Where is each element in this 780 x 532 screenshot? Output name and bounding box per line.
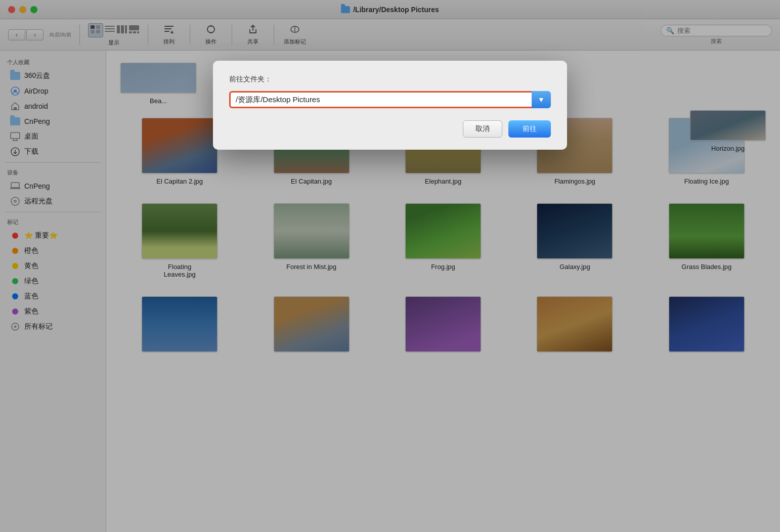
cancel-button[interactable]: 取消: [463, 120, 502, 138]
goto-folder-modal: 前往文件夹： ▼ 取消 前往: [213, 61, 567, 150]
modal-overlay: 前往文件夹： ▼ 取消 前往: [0, 0, 780, 532]
go-button[interactable]: 前往: [508, 120, 551, 138]
goto-folder-dropdown-button[interactable]: ▼: [532, 91, 551, 108]
modal-title: 前往文件夹：: [229, 75, 551, 84]
chevron-down-icon: ▼: [538, 96, 545, 104]
goto-folder-input[interactable]: [229, 91, 532, 108]
modal-input-row: ▼: [229, 91, 551, 108]
modal-buttons: 取消 前往: [229, 120, 551, 138]
